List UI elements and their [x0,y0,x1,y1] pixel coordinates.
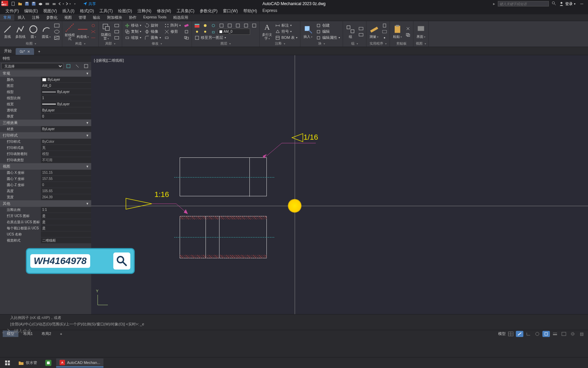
move-to-layer-button[interactable]: 移至另一图层▾ [193,35,258,41]
drawing-canvas[interactable]: [-][俯视][二维线框] 1/16 1:16 Y [91,55,588,314]
menu-insert[interactable]: 插入(I) [60,7,77,14]
section-3d[interactable]: 三维效果▾ [0,120,91,126]
layer-lock-icon[interactable] [242,22,250,29]
panel-label-draw[interactable]: 绘图 [1,41,61,46]
insert-block-button[interactable]: 插入 [302,22,314,41]
dim-button[interactable]: 标注▾ [274,22,299,29]
ellipse-icon[interactable] [53,29,61,35]
search-trigger-icon[interactable]: ▸ [493,1,495,6]
stretch-button[interactable]: 缩放▾ [124,35,143,41]
calc-icon[interactable] [381,22,388,29]
prop-material-value[interactable]: ByLayer [41,126,91,132]
doc-tab-start[interactable]: 开始 [0,47,16,55]
move-button[interactable]: 移动▾ [124,22,143,29]
layer-freeze-icon[interactable] [210,22,217,29]
layer-bulb-icon[interactable] [201,29,209,35]
close-icon[interactable]: ✕ [27,50,30,53]
dropdown-icon[interactable] [71,1,78,7]
paste-button[interactable]: 粘贴 [391,22,404,41]
panel-label-edit[interactable]: 局部 [100,41,120,46]
menu-format[interactable]: 格式(O) [77,7,97,14]
mtext-button[interactable]: A多行文字 [261,22,273,41]
conline-cross-icon[interactable] [89,29,97,35]
menu-window[interactable]: 窗口(W) [220,7,240,14]
menu-view[interactable]: 视图(V) [40,7,60,14]
panel-label-block[interactable]: 块 [302,41,341,46]
pickadd-icon[interactable] [74,63,81,69]
hatch-icon[interactable] [53,35,61,41]
doc-tab-current[interactable]: 0z*✕ [16,48,34,55]
menu-tools[interactable]: 工具(T) [97,7,115,14]
taskbar-autocad[interactable]: AAutoCAD Mechan... [56,358,103,367]
cut-icon[interactable] [404,26,412,32]
extend-icon[interactable] [163,35,182,41]
ribbon-tab-featured[interactable]: 精选应用 [170,14,192,21]
group-button[interactable]: 组 [344,22,357,41]
taskbar-camtasia[interactable] [42,358,55,367]
panel-label-construct[interactable]: 构造 [64,41,97,46]
prop-transp-value[interactable]: ByLayer [41,107,91,113]
group-edit-icon[interactable] [357,26,365,32]
prop-ucsorigin-value[interactable]: 是 [41,219,91,225]
bom-button[interactable]: BOM 表▾ [274,35,299,41]
menu-modify[interactable]: 修改(M) [154,7,174,14]
prop-pstable-value[interactable]: 无 [41,145,91,151]
ribbon-tab-express[interactable]: Express Tools [140,14,170,21]
menu-draw[interactable]: 绘图(D) [115,7,135,14]
app-logo[interactable]: A MEC [1,1,8,6]
rotate-button[interactable]: 旋转 [143,22,162,29]
cloud-icon[interactable] [37,1,44,7]
create-block-button[interactable]: 创建 [315,22,341,29]
ribbon-tab-view[interactable]: 视图 [61,14,75,21]
menu-express[interactable]: Express [260,7,280,14]
prop-ltype-value[interactable]: ByLayer [41,89,91,95]
ungroup-icon[interactable] [357,32,365,38]
doc-tab-add[interactable]: + [34,48,44,55]
layer-unlock-icon[interactable] [210,29,217,35]
ribbon-tab-collab[interactable]: 协作 [126,14,140,21]
edit-block-button[interactable]: 编辑 [315,29,341,35]
prop-layer-value[interactable]: AM_0 [41,83,91,89]
scale-icon[interactable] [183,35,190,41]
minimize-icon[interactable]: ─ [578,1,585,6]
panel-label-utility[interactable]: 实用程序 [368,41,388,46]
layer-prop-icon[interactable] [193,22,201,29]
select-objects-icon[interactable] [82,63,90,69]
ribbon-tab-annotate[interactable]: 注释 [29,14,43,21]
base-view-button[interactable]: 基面 [415,22,427,41]
taskbar-folder[interactable]: 饮水管 [15,358,40,367]
hide-1-icon[interactable] [113,22,120,29]
panel-label-group[interactable]: 组 [344,41,365,46]
prop-vstyle-value[interactable]: 二维线框 [41,237,91,244]
menu-parametric[interactable]: 参数化(P) [197,7,220,14]
hide-3-icon[interactable] [113,35,120,41]
start-button[interactable] [1,358,14,367]
selection-filter[interactable]: 无选择 [1,63,63,69]
search-icon[interactable] [552,1,556,7]
point-icon[interactable] [381,35,388,41]
copy-button[interactable]: 复制▾ [124,29,143,35]
menu-annotate[interactable]: 注释(N) [135,7,154,14]
section-misc[interactable]: 其他▾ [0,200,91,207]
arc-button[interactable]: 圆弧 [40,22,52,41]
circle-button[interactable]: 圆 [27,22,39,41]
line-button[interactable]: 直线 [1,22,14,41]
panel-label-view[interactable]: 视图 [415,41,427,46]
layer-sun-icon[interactable] [193,29,201,35]
redo-icon[interactable] [65,1,71,7]
measure-button[interactable]: 测量 [368,22,380,41]
rectangle-icon[interactable] [53,22,61,29]
share-button[interactable]: 共享 [83,1,96,6]
explode-icon[interactable] [183,29,190,35]
eraser-icon[interactable] [183,22,190,29]
mirror-button[interactable]: 镜像 [143,29,162,35]
prop-thick-value[interactable]: 0 [41,113,91,120]
conline-button[interactable]: 构造线 [77,22,89,41]
ribbon-tab-output[interactable]: 输出 [89,14,104,21]
menu-file[interactable]: 文件(F) [3,7,21,14]
conline-project-icon[interactable] [89,35,97,41]
prop-annoscale-value[interactable]: 1:1 [41,207,91,213]
menu-help[interactable]: 帮助(H) [241,7,260,14]
save-icon[interactable] [24,1,30,7]
menu-edit[interactable]: 编辑(E) [21,7,40,14]
